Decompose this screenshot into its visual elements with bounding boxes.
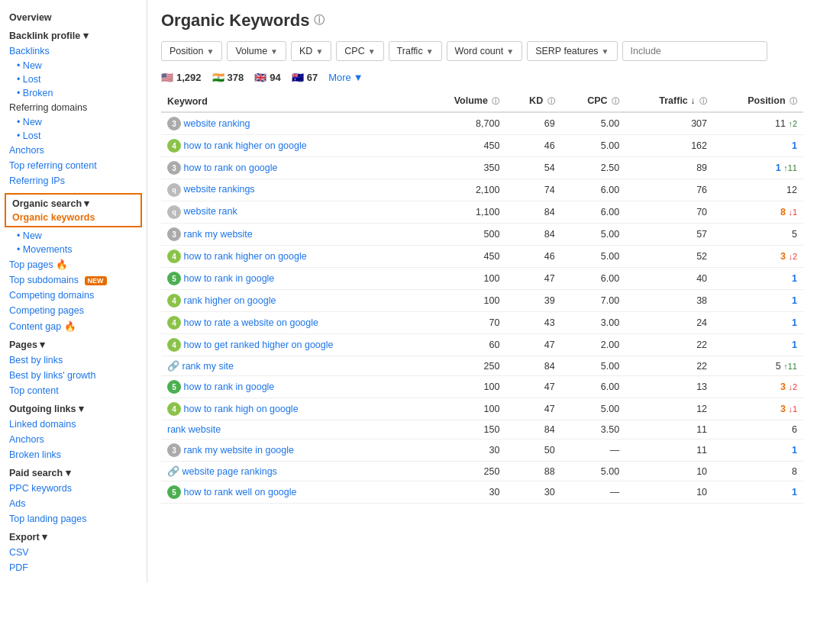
keyword-link[interactable]: website page rankings bbox=[182, 466, 276, 477]
sidebar-item-new-backlinks[interactable]: • New bbox=[0, 59, 147, 72]
keyword-link[interactable]: how to rank in google bbox=[183, 382, 274, 392]
position-filter[interactable]: Position ▼ bbox=[161, 41, 222, 61]
position-change: ↑11 bbox=[783, 362, 797, 371]
position-value: 3 bbox=[780, 382, 786, 392]
position-value: 3 bbox=[780, 251, 786, 262]
sidebar-item-best-by-links[interactable]: Best by links bbox=[0, 353, 147, 368]
sidebar-item-new-referring[interactable]: • New bbox=[0, 115, 147, 129]
keyword-link[interactable]: how to rate a website on google bbox=[183, 317, 318, 328]
sidebar-item-backlinks[interactable]: Backlinks bbox=[0, 43, 147, 59]
position-value: 1 bbox=[776, 163, 781, 173]
sidebar-item-pdf[interactable]: PDF bbox=[0, 560, 147, 575]
keyword-link[interactable]: how to rank higher on google bbox=[183, 140, 306, 151]
traffic-filter[interactable]: Traffic ▼ bbox=[389, 41, 442, 61]
sidebar-organic-search[interactable]: Organic search ▾ bbox=[9, 196, 137, 211]
sidebar-item-top-content[interactable]: Top content bbox=[0, 383, 147, 398]
cpc-filter[interactable]: CPC ▼ bbox=[336, 41, 383, 61]
kd-cell: 84 bbox=[505, 224, 560, 246]
flag-in[interactable]: 🇮🇳 378 bbox=[212, 72, 244, 83]
kd-cell: 47 bbox=[505, 376, 560, 398]
kd-badge: 4 bbox=[167, 294, 181, 308]
col-cpc[interactable]: CPC ⓘ bbox=[561, 91, 625, 112]
serp-features-filter[interactable]: SERP features ▼ bbox=[527, 41, 617, 61]
table-row: 4 rank higher on google 100 39 7.00 38 1 bbox=[161, 290, 803, 312]
col-position[interactable]: Position ⓘ bbox=[713, 91, 803, 112]
sidebar-item-linked-domains[interactable]: Linked domains bbox=[0, 417, 147, 432]
sidebar-item-top-pages[interactable]: Top pages 🔥 bbox=[0, 256, 147, 272]
sidebar-item-new-organic[interactable]: • New bbox=[0, 229, 147, 243]
keyword-link[interactable]: how to get ranked higher on google bbox=[183, 340, 333, 350]
keyword-link[interactable]: rank my website in google bbox=[183, 445, 294, 456]
sidebar-backlink-profile[interactable]: Backlink profile ▾ bbox=[0, 25, 147, 43]
kd-badge: 5 bbox=[167, 380, 181, 394]
table-row: 4 how to rank high on google 100 47 5.00… bbox=[161, 398, 803, 420]
kd-cell: 30 bbox=[505, 481, 560, 504]
sidebar-item-broken-links[interactable]: Broken links bbox=[0, 447, 147, 462]
col-traffic[interactable]: Traffic ↓ ⓘ bbox=[625, 91, 713, 112]
keyword-link[interactable]: how to rank higher on google bbox=[183, 251, 306, 262]
sidebar-pages[interactable]: Pages ▾ bbox=[0, 334, 147, 353]
keyword-link[interactable]: how to rank well on google bbox=[183, 487, 296, 497]
sidebar-item-referring-ips[interactable]: Referring IPs bbox=[0, 173, 147, 188]
info-icon[interactable]: ⓘ bbox=[314, 14, 325, 27]
sidebar-item-best-by-growth[interactable]: Best by links' growth bbox=[0, 368, 147, 383]
sidebar-item-top-subdomains[interactable]: Top subdomains NEW bbox=[0, 272, 147, 288]
keyword-cell: 5 how to rank well on google bbox=[161, 481, 421, 504]
main-content: Organic Keywords ⓘ Position ▼ Volume ▼ K… bbox=[147, 0, 817, 583]
sidebar-item-movements[interactable]: • Movements bbox=[0, 243, 147, 256]
keyword-link[interactable]: how to rank on google bbox=[183, 163, 277, 173]
keyword-link[interactable]: website ranking bbox=[183, 118, 250, 129]
sidebar-item-competing-pages[interactable]: Competing pages bbox=[0, 303, 147, 318]
sidebar-item-ppc-keywords[interactable]: PPC keywords bbox=[0, 481, 147, 496]
sidebar-item-content-gap[interactable]: Content gap 🔥 bbox=[0, 318, 147, 334]
sidebar-item-referring-domains[interactable]: Referring domains bbox=[0, 100, 147, 115]
volume-filter[interactable]: Volume ▼ bbox=[227, 41, 286, 61]
sidebar-paid-search[interactable]: Paid search ▾ bbox=[0, 462, 147, 481]
keyword-link[interactable]: rank website bbox=[167, 424, 221, 435]
in-flag: 🇮🇳 bbox=[212, 72, 224, 83]
flag-au[interactable]: 🇦🇺 67 bbox=[292, 72, 318, 83]
keyword-link[interactable]: rank my website bbox=[183, 229, 252, 240]
sidebar-item-top-landing[interactable]: Top landing pages bbox=[0, 511, 147, 526]
keyword-link[interactable]: rank higher on google bbox=[183, 295, 276, 306]
sidebar-item-competing-domains[interactable]: Competing domains bbox=[0, 288, 147, 303]
flag-us[interactable]: 🇺🇸 1,292 bbox=[161, 72, 202, 83]
sidebar-item-lost-referring[interactable]: • Lost bbox=[0, 129, 147, 143]
kd-badge: 4 bbox=[167, 139, 181, 153]
keyword-link[interactable]: rank my site bbox=[182, 361, 233, 372]
include-input[interactable] bbox=[622, 41, 767, 61]
sidebar-item-top-referring[interactable]: Top referring content bbox=[0, 158, 147, 173]
volume-cell: 100 bbox=[421, 398, 506, 420]
sidebar-item-anchors2[interactable]: Anchors bbox=[0, 432, 147, 447]
col-kd[interactable]: KD ⓘ bbox=[505, 91, 560, 112]
kd-badge: 3 bbox=[167, 227, 181, 241]
keyword-cell: 4 how to get ranked higher on google bbox=[161, 334, 421, 356]
keyword-link[interactable]: how to rank in google bbox=[183, 273, 274, 284]
word-count-filter[interactable]: Word count ▼ bbox=[447, 41, 523, 61]
col-keyword: Keyword bbox=[161, 91, 421, 112]
kd-cell: 74 bbox=[505, 179, 560, 201]
kd-cell: 54 bbox=[505, 157, 560, 179]
col-volume[interactable]: Volume ⓘ bbox=[421, 91, 506, 112]
sidebar-outgoing-links[interactable]: Outgoing links ▾ bbox=[0, 398, 147, 417]
keyword-link[interactable]: how to rank high on google bbox=[183, 404, 298, 414]
keyword-cell: 3 how to rank on google bbox=[161, 157, 421, 179]
kd-badge: 4 bbox=[167, 338, 181, 352]
sidebar-item-broken-backlinks[interactable]: • Broken bbox=[0, 86, 147, 100]
sidebar-item-lost-backlinks[interactable]: • Lost bbox=[0, 72, 147, 86]
keyword-link[interactable]: website rank bbox=[183, 206, 237, 217]
keyword-link[interactable]: website rankings bbox=[183, 184, 254, 195]
sidebar-item-organic-keywords[interactable]: Organic keywords bbox=[9, 211, 137, 224]
traffic-cell: 24 bbox=[625, 312, 713, 334]
traffic-cell: 12 bbox=[625, 398, 713, 420]
sidebar-item-ads[interactable]: Ads bbox=[0, 496, 147, 511]
traffic-cell: 13 bbox=[625, 376, 713, 398]
kd-filter[interactable]: KD ▼ bbox=[291, 41, 331, 61]
sidebar-item-csv[interactable]: CSV bbox=[0, 545, 147, 560]
position-cell: 8 bbox=[713, 462, 803, 481]
flag-gb[interactable]: 🇬🇧 94 bbox=[254, 72, 280, 83]
sidebar-item-anchors[interactable]: Anchors bbox=[0, 143, 147, 158]
cpc-cell: 5.00 bbox=[561, 135, 625, 157]
sidebar-export[interactable]: Export ▾ bbox=[0, 526, 147, 545]
more-button[interactable]: More ▼ bbox=[328, 72, 363, 83]
